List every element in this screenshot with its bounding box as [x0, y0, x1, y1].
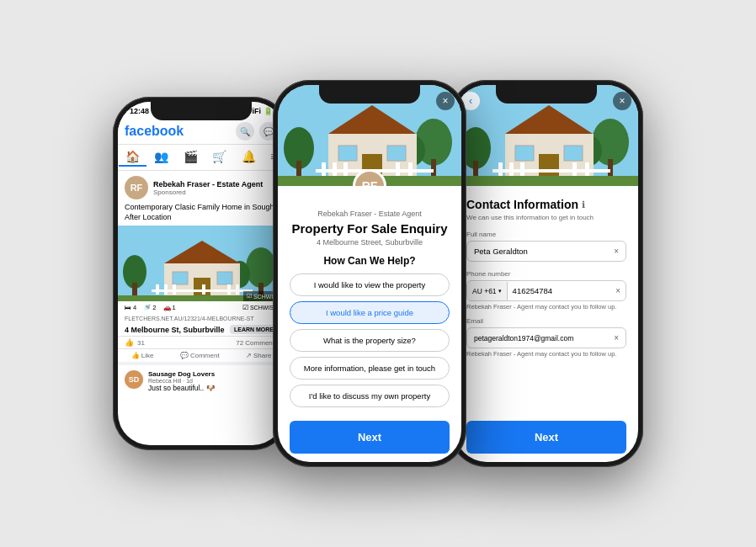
svg-point-3 [246, 247, 276, 288]
like-icon: 👍 [125, 338, 134, 347]
notch2 [319, 85, 420, 104]
comment-action[interactable]: 💬 Comment [180, 352, 220, 359]
dropdown-icon: ▾ [498, 288, 502, 295]
fb-actions: 👍 Like 💬 Comment ↗ Share [118, 348, 285, 362]
enquiry-options-list: I would like to view the property I woul… [290, 274, 450, 412]
svg-rect-8 [173, 272, 188, 284]
post-avatar: RF [125, 176, 148, 199]
fb-post2: SD Sausage Dog Lovers Rebecca Hill · 1d … [118, 365, 285, 399]
phone-enquiry: × RF Rebekah Fraser - Estate Agent Prope… [273, 80, 466, 467]
svg-rect-45 [515, 146, 534, 161]
option-discuss-own[interactable]: I'd like to discuss my own property [290, 385, 450, 407]
svg-rect-32 [333, 162, 337, 176]
svg-rect-39 [473, 161, 478, 178]
svg-rect-2 [132, 283, 137, 295]
fb-logo: facebook [125, 124, 184, 139]
phone-clear[interactable]: × [610, 281, 626, 300]
search-icon[interactable]: 🔍 [236, 122, 254, 141]
contact-form-title: Contact Information [466, 198, 578, 211]
contact-close-button[interactable]: × [613, 92, 631, 110]
enquiry-address: 4 Melbourne Street, Suburbville [290, 238, 450, 247]
option-more-info[interactable]: More information, please get in touch [290, 357, 450, 380]
reaction-count: 31 [137, 339, 232, 347]
svg-rect-17 [236, 284, 239, 295]
phone3-screen: ‹ × Contact Information ℹ We can use thi… [455, 85, 638, 462]
post-sponsored: Sponsored [153, 189, 278, 196]
email-field[interactable]: petageraldton1974@gmail.com × [466, 327, 626, 348]
nav-home[interactable]: 🏠 [119, 148, 146, 167]
contact-subtitle: We can use this information to get in to… [466, 213, 626, 222]
enquiry-screen: × RF Rebekah Fraser - Estate Agent Prope… [278, 85, 461, 462]
svg-rect-21 [296, 161, 301, 178]
option-property-size[interactable]: What is the property size? [290, 329, 450, 352]
option-view-property[interactable]: I would like to view the property [290, 274, 450, 296]
svg-rect-16 [227, 284, 231, 295]
country-code[interactable]: AU +61 ▾ [467, 282, 508, 300]
svg-rect-54 [455, 176, 638, 186]
svg-rect-34 [396, 162, 400, 176]
post-meta: Rebekah Fraser - Estate Agent Sponsored [153, 180, 278, 196]
svg-rect-51 [520, 162, 524, 176]
fullname-value: Peta Geraldton [474, 247, 614, 256]
svg-rect-28 [387, 146, 406, 161]
enquiry-form-title: Property For Sale Enquiry [290, 221, 450, 236]
enquiry-body: Rebekah Fraser - Estate Agent Property F… [278, 186, 461, 462]
property-title-row: 4 Melbourne St, Suburbville LEARN MORE [118, 323, 285, 336]
phone-field[interactable]: AU +61 ▾ 416254784 × [466, 280, 626, 301]
svg-rect-9 [217, 272, 232, 284]
nav-marketplace[interactable]: 🛒 [205, 148, 233, 167]
property-icons: 🛏 4 🚿 2 🚗 1 ☑ SCHWISH [118, 301, 285, 314]
svg-rect-27 [338, 146, 357, 161]
email-clear[interactable]: × [614, 333, 619, 343]
post-author: Rebekah Fraser - Estate Agent [153, 180, 278, 189]
property-name: 4 Melbourne St, Suburbville [125, 326, 225, 334]
svg-rect-14 [173, 284, 176, 295]
contact-screen: ‹ × Contact Information ℹ We can use thi… [455, 85, 638, 462]
svg-rect-33 [343, 162, 348, 176]
enquiry-next-button[interactable]: Next [290, 421, 450, 454]
scene: 12:48 ▲▲▲ WiFi 🔋 facebook 🔍 💬 🏠 👥 [0, 0, 756, 547]
phone2-screen: × RF Rebekah Fraser - Estate Agent Prope… [278, 85, 461, 462]
fullname-field[interactable]: Peta Geraldton × [466, 241, 626, 262]
like-action[interactable]: 👍 Like [131, 352, 154, 359]
svg-rect-52 [572, 162, 577, 176]
fullname-clear[interactable]: × [614, 247, 619, 256]
contact-title-row: Contact Information ℹ [466, 198, 626, 211]
svg-rect-41 [608, 159, 613, 176]
svg-rect-15 [202, 284, 205, 295]
house-svg [118, 226, 285, 301]
svg-rect-53 [585, 162, 589, 176]
svg-rect-46 [564, 146, 583, 161]
contact-next-button[interactable]: Next [466, 421, 626, 454]
nav-video[interactable]: 🎬 [177, 148, 205, 167]
post2-text: Just so beautiful.. 🐶 [148, 384, 216, 394]
learn-more-button[interactable]: LEARN MORE [230, 325, 278, 334]
svg-rect-31 [322, 162, 326, 176]
enquiry-agent-name: Rebekah Fraser - Estate Agent [290, 210, 450, 218]
phone-facebook: 12:48 ▲▲▲ WiFi 🔋 facebook 🔍 💬 🏠 👥 [113, 97, 290, 450]
reactions-row: 👍 31 72 Comments [118, 336, 285, 348]
notch1 [151, 102, 252, 120]
post2-author: Sausage Dog Lovers [148, 370, 216, 378]
notch3 [496, 85, 597, 104]
nav-friends[interactable]: 👥 [147, 148, 175, 167]
car-count: 🚗 1 [163, 304, 176, 311]
svg-rect-35 [408, 162, 413, 176]
option-price-guide[interactable]: I would like a price guide [290, 301, 450, 324]
enquiry-close-button[interactable]: × [436, 92, 455, 110]
post-text: Contemporary Clasic Family Home in Sough… [118, 201, 285, 226]
phone-label: Phone number [466, 270, 626, 278]
svg-rect-49 [498, 162, 503, 176]
enquiry-help-title: How Can We Help? [290, 255, 450, 267]
post-header: RF Rebekah Fraser - Estate Agent Sponsor… [118, 171, 285, 201]
nav-notifications[interactable]: 🔔 [235, 148, 263, 167]
post2-avatar: SD [125, 370, 143, 389]
property-link: FLETCHERS.NET.AU/12321/4-MELBOURNE-ST [118, 314, 285, 323]
contact-body: Contact Information ℹ We can use this in… [455, 186, 638, 462]
email-value: petageraldton1974@gmail.com [474, 334, 614, 343]
battery-icon: 🔋 [264, 107, 273, 115]
share-action[interactable]: ↗ Share [246, 352, 272, 359]
fb-content: RF Rebekah Fraser - Estate Agent Sponsor… [118, 171, 285, 399]
fb-post: RF Rebekah Fraser - Estate Agent Sponsor… [118, 171, 285, 362]
time-1: 12:48 [130, 107, 149, 115]
